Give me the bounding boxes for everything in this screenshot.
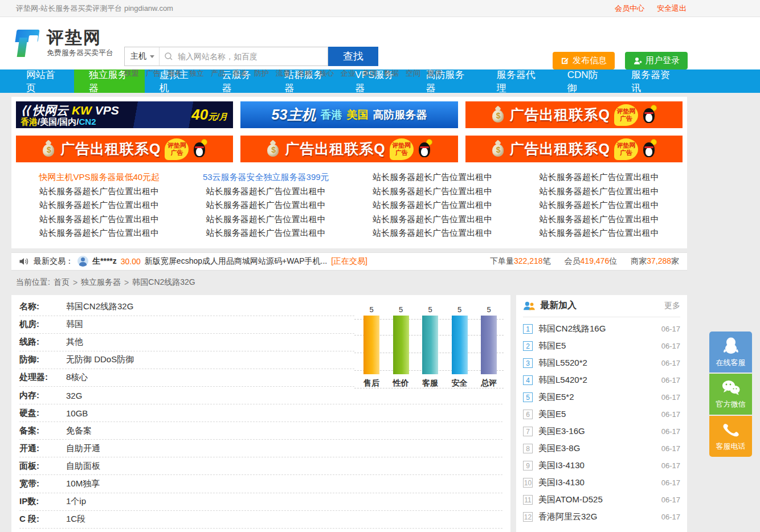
search-input[interactable] [173, 52, 328, 61]
text-ad-link[interactable]: 站长服务器超长广告位置出租中 [516, 198, 683, 212]
banner-ad-rent[interactable]: $ 广告出租联系Q 评垫网广告 [16, 136, 233, 162]
text-ad-link[interactable]: 站长服务器超长广告位置出租中 [516, 170, 683, 185]
banner-ad-rent[interactable]: $ 广告出租联系Q 评垫网广告 [465, 136, 683, 162]
banner-kw-vps[interactable]: ⟨⟨ 快网云 KW VPS 40元/月 香港/美国/国内/CN2 [16, 101, 233, 128]
chart-bar-value: 5 性价 [390, 305, 412, 400]
quick-link[interactable]: 香港 [232, 68, 247, 79]
nav-item-cdn-defense[interactable]: CDN防御 [553, 69, 616, 93]
chevron-down-icon [150, 55, 154, 58]
banner-ad-rent[interactable]: $ 广告出租联系Q 评垫网广告 [240, 136, 457, 162]
money-bag-icon: $ [266, 141, 281, 158]
text-ad-link[interactable]: 站长服务器超长广告位置出租中 [516, 185, 683, 199]
text-ad-link[interactable]: 站长服务器超长广告位置出租中 [349, 212, 516, 227]
service-phone-button[interactable]: 客服电话 [709, 416, 752, 457]
text-ad-link[interactable]: 站长服务器超长广告位置出租中 [16, 226, 183, 240]
quick-link[interactable]: 服务 [167, 68, 182, 79]
text-ad-link[interactable]: 站长服务器超长广告位置出租中 [349, 198, 516, 212]
chart-bar-security: 5 安全 [448, 305, 471, 400]
list-item: 1韩国CN2线路16G06-17 [523, 321, 680, 338]
item-link[interactable]: 韩国L5520*2 [538, 358, 661, 369]
ad-bubble: 评垫网广告 [614, 104, 638, 126]
quick-link[interactable]: 产品 [211, 68, 226, 79]
text-ad-link[interactable]: 站长服务器超长广告位置出租中 [349, 170, 516, 185]
text-ad-link[interactable]: 站长服务器超长广告位置出租中 [349, 185, 516, 199]
text-ads-grid: 快网主机VPS服务器最低40元起 53云服务器安全独立服务器399元 站长服务器… [16, 162, 683, 245]
user-login-button[interactable]: 用户登录 [625, 52, 688, 69]
text-ad-link[interactable]: 站长服务器超长广告位置出租中 [183, 198, 350, 212]
banner-ad-rent[interactable]: $ 广告出租联系Q 评垫网广告 [465, 101, 683, 128]
list-item: 12香港阿里云32G06-17 [523, 509, 680, 526]
text-ad-link[interactable]: 53云服务器安全独立服务器399元 [183, 170, 350, 185]
search-category-select[interactable]: 主机 [125, 47, 160, 66]
more-link[interactable]: 更多 [664, 301, 680, 311]
item-link[interactable]: 美国E5 [538, 409, 661, 420]
avatar [77, 256, 88, 267]
quick-link[interactable]: 美国 [362, 68, 377, 79]
logo-p-icon [16, 30, 41, 57]
stat-members: 会员419,476位 [565, 256, 618, 267]
nav-item-server-news[interactable]: 服务器资讯 [616, 69, 687, 93]
breadcrumb-category[interactable]: 独立服务器 [81, 277, 121, 288]
logout-link[interactable]: 安全退出 [657, 3, 687, 14]
qq-penguin-icon [418, 140, 432, 158]
quick-link[interactable]: 空间 [406, 68, 420, 79]
item-link[interactable]: 美国E5*2 [538, 392, 661, 403]
breadcrumb-prefix: 当前位置: [16, 277, 50, 288]
money-bag-icon: $ [491, 107, 506, 124]
text-ad-link[interactable]: 快网主机VPS服务器最低40元起 [16, 170, 183, 185]
official-wechat-button[interactable]: 官方微信 [709, 374, 752, 415]
quick-link[interactable]: 数据 [384, 68, 399, 79]
search-bar: 主机 查找 [124, 47, 378, 66]
text-ad-link[interactable]: 站长服务器超长广告位置出租中 [349, 226, 516, 240]
member-center-link[interactable]: 会员中心 [615, 3, 644, 14]
text-ad-link[interactable]: 站长服务器超长广告位置出租中 [183, 226, 350, 240]
qq-icon [722, 337, 739, 355]
quick-link[interactable]: 企业 [341, 68, 356, 79]
online-service-button[interactable]: 在线客服 [709, 332, 752, 373]
nav-item-server-agent[interactable]: 服务器代理 [482, 69, 553, 93]
qq-penguin-icon [642, 106, 657, 124]
item-link[interactable]: 韩国CN2线路16G [538, 324, 661, 334]
quick-link[interactable]: 核心 [319, 68, 334, 79]
item-link[interactable]: 美国E3-8G [538, 443, 661, 454]
quick-link[interactable]: 流量 [276, 68, 291, 79]
logo[interactable]: 评垫网 免费服务器买卖平台 [16, 28, 113, 58]
text-ad-link[interactable]: 站长服务器超长广告位置出租中 [183, 212, 350, 227]
item-link[interactable]: 美国I3-4130 [538, 477, 661, 488]
text-ad-link[interactable]: 站长服务器超长广告位置出租中 [16, 198, 183, 212]
list-item: 5美国E5*206-17 [523, 389, 680, 406]
search-category-value: 主机 [130, 51, 146, 62]
item-link[interactable]: 美国ATOM-D525 [538, 494, 661, 505]
quick-link[interactable]: 名称 [297, 68, 312, 79]
quick-link[interactable]: 联盟 [124, 68, 139, 79]
text-ad-link[interactable]: 站长服务器超长广告位置出租中 [16, 212, 183, 227]
chart-bar-overall: 5 总评 [477, 305, 500, 400]
banner-53-host[interactable]: 53主机 香港 美国 高防服务器 [240, 101, 457, 128]
chart-bar-aftersale: 5 售后 [360, 305, 383, 400]
ticker-item-link[interactable]: 新版宽屏ecshop成人用品商城网站源码+WAP手机... [145, 256, 327, 267]
qq-penguin-icon [642, 140, 657, 158]
item-link[interactable]: 韩国L5420*2 [538, 375, 661, 386]
item-link[interactable]: 韩国E5 [538, 341, 661, 351]
breadcrumb-home[interactable]: 首页 [54, 277, 70, 288]
item-link[interactable]: 香港阿里云32G [538, 511, 661, 522]
quick-link[interactable]: 防护 [254, 68, 269, 79]
text-ad-link[interactable]: 站长服务器超长广告位置出租中 [183, 185, 350, 199]
bar [363, 316, 379, 374]
breadcrumb: 当前位置: 首页 > 独立服务器 > 韩国CN2线路32G [11, 271, 687, 295]
search-button[interactable]: 查找 [328, 47, 378, 66]
list-item: 8美国E3-8G06-17 [523, 440, 680, 457]
nav-item-home[interactable]: 网站首页 [11, 69, 74, 93]
quick-link[interactable]: 提供 [427, 68, 442, 79]
float-service-buttons: 在线客服 官方微信 客服电话 [709, 332, 752, 457]
quick-link[interactable]: 广告 [146, 68, 161, 79]
quick-link[interactable]: 独立 [189, 68, 204, 79]
publish-info-button[interactable]: 发布信息 [553, 52, 615, 69]
text-ad-link[interactable]: 站长服务器超长广告位置出租中 [16, 185, 183, 199]
text-ad-link[interactable]: 站长服务器超长广告位置出租中 [516, 212, 683, 227]
text-ad-link[interactable]: 站长服务器超长广告位置出租中 [516, 226, 683, 240]
kw-brand: 快网云 [32, 104, 68, 117]
item-link[interactable]: 美国E3-16G [538, 426, 661, 437]
item-link[interactable]: 美国I3-4130 [538, 460, 661, 471]
breadcrumb-current: 韩国CN2线路32G [132, 277, 195, 288]
